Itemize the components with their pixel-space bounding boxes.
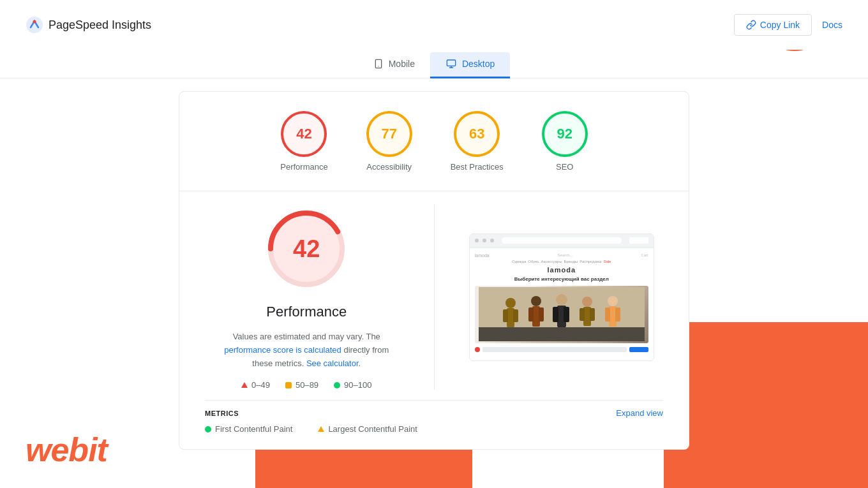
fcp-label: First Contentful Paint xyxy=(215,424,292,434)
tab-desktop-label: Desktop xyxy=(462,59,495,69)
svg-rect-13 xyxy=(503,309,508,322)
accessibility-circle: 77 xyxy=(366,111,412,157)
score-best-practices: 63 Best Practices xyxy=(451,111,504,172)
tab-mobile-label: Mobile xyxy=(389,59,415,69)
svg-rect-26 xyxy=(590,308,595,321)
performance-section: 42 Performance Values are estimated and … xyxy=(205,191,663,390)
seo-label: SEO xyxy=(556,162,573,172)
ss-hero-image xyxy=(475,286,648,343)
performance-circle: 42 xyxy=(281,111,327,157)
legend: 0–49 50–89 90–100 xyxy=(241,380,371,390)
performance-value: 42 xyxy=(296,126,311,142)
seo-value: 92 xyxy=(557,126,572,142)
svg-rect-21 xyxy=(553,307,558,322)
copy-link-label: Copy Link xyxy=(760,20,800,30)
svg-point-23 xyxy=(582,297,592,307)
score-accessibility: 77 Accessibility xyxy=(366,111,412,172)
ss-hero-svg xyxy=(479,287,645,341)
score-performance: 42 Performance xyxy=(280,111,327,172)
svg-rect-17 xyxy=(528,307,534,322)
good-range: 90–100 xyxy=(344,380,371,390)
lcp-dot xyxy=(318,426,324,432)
ss-nav-row: Одежда Обувь Аксессуары Бренды Распродаж… xyxy=(512,260,611,263)
ss-action-bar xyxy=(629,237,648,244)
perf-left: 42 Performance Values are estimated and … xyxy=(205,204,408,390)
screenshot-frame: lamoda Search... Cart Одежда Обувь Аксес… xyxy=(469,233,654,361)
svg-rect-18 xyxy=(539,307,544,322)
screenshot-top-bar xyxy=(470,234,654,248)
header-actions: Copy Link Docs xyxy=(734,14,842,36)
metrics-label: METRICS xyxy=(205,410,239,417)
metric-lcp: Largest Contentful Paint xyxy=(318,424,417,434)
tab-mobile[interactable]: Mobile xyxy=(358,52,430,78)
svg-rect-4 xyxy=(447,60,455,66)
legend-needs-improvement: 50–89 xyxy=(285,380,318,390)
perf-desc-end: . xyxy=(359,359,361,368)
ss-dot-2 xyxy=(483,239,486,242)
fcp-dot xyxy=(205,426,211,433)
best-practices-label: Best Practices xyxy=(451,162,504,172)
svg-rect-14 xyxy=(513,309,518,322)
svg-point-11 xyxy=(505,298,516,308)
perf-title: Performance xyxy=(266,304,347,320)
see-calculator-link[interactable]: See calculator xyxy=(306,359,359,368)
pagespeed-logo-icon xyxy=(26,16,43,34)
seo-circle: 92 xyxy=(542,111,588,157)
perf-desc-text: Values are estimated and may vary. The xyxy=(233,332,380,341)
svg-rect-31 xyxy=(479,327,645,341)
ss-heading-text: Выберите интересующий вас раздел xyxy=(514,276,609,282)
best-practices-circle: 63 xyxy=(454,111,500,157)
metric-fcp: First Contentful Paint xyxy=(205,424,292,434)
vertical-divider xyxy=(434,204,435,390)
svg-point-27 xyxy=(608,296,618,306)
perf-description: Values are estimated and may vary. The p… xyxy=(217,330,396,370)
needs-improvement-range: 50–89 xyxy=(296,380,318,390)
legend-good: 90–100 xyxy=(334,380,371,390)
performance-label: Performance xyxy=(280,162,327,172)
lcp-label: Largest Contentful Paint xyxy=(328,424,417,434)
accessibility-label: Accessibility xyxy=(366,162,412,172)
score-seo: 92 SEO xyxy=(542,111,588,172)
tabs-container: Mobile Desktop xyxy=(0,50,868,78)
ss-dot-3 xyxy=(490,239,494,242)
large-score-number: 42 xyxy=(293,235,320,263)
link-icon xyxy=(746,20,756,30)
copy-link-button[interactable]: Copy Link xyxy=(734,14,812,36)
needs-improvement-icon xyxy=(285,382,292,388)
ss-url-bar xyxy=(502,237,622,244)
mobile-icon xyxy=(373,59,384,69)
svg-point-1 xyxy=(33,20,36,24)
svg-rect-29 xyxy=(605,307,610,322)
svg-rect-25 xyxy=(580,308,585,321)
docs-link[interactable]: Docs xyxy=(822,20,842,30)
large-score-ring: 42 xyxy=(262,204,351,293)
metrics-header: METRICS Expand view xyxy=(205,408,663,418)
svg-rect-22 xyxy=(564,307,569,322)
pagespeed-title: PageSpeed Insights xyxy=(49,18,151,32)
report-card: 42 Performance 77 Accessibility 63 Best … xyxy=(179,91,689,450)
ss-top-nav: lamoda Search... Cart xyxy=(475,253,648,258)
good-icon xyxy=(334,382,340,388)
expand-view-button[interactable]: Expand view xyxy=(616,408,663,418)
ss-site-name: lamoda xyxy=(547,266,576,274)
header: PageSpeed Insights Copy Link Docs xyxy=(0,0,868,50)
perf-right: lamoda Search... Cart Одежда Обувь Аксес… xyxy=(460,204,664,390)
metrics-items: First Contentful Paint Largest Contentfu… xyxy=(205,424,663,436)
svg-point-0 xyxy=(26,17,43,33)
svg-point-15 xyxy=(531,296,541,306)
ss-bottom-text xyxy=(483,347,627,352)
scores-row: 42 Performance 77 Accessibility 63 Best … xyxy=(205,111,663,172)
metrics-section: METRICS Expand view First Contentful Pai… xyxy=(205,400,663,436)
screenshot-content: lamoda Search... Cart Одежда Обувь Аксес… xyxy=(470,248,654,360)
perf-score-link[interactable]: performance score is calculated xyxy=(224,345,341,355)
ss-cta xyxy=(629,347,648,352)
poor-icon xyxy=(241,382,248,388)
svg-rect-30 xyxy=(615,307,620,322)
main-content: 42 Performance 77 Accessibility 63 Best … xyxy=(0,78,868,462)
accessibility-value: 77 xyxy=(381,126,396,142)
tab-desktop[interactable]: Desktop xyxy=(430,52,510,78)
desktop-icon xyxy=(445,59,457,69)
best-practices-value: 63 xyxy=(469,126,484,142)
webit-logo: webit xyxy=(26,431,107,469)
svg-point-19 xyxy=(556,294,567,306)
